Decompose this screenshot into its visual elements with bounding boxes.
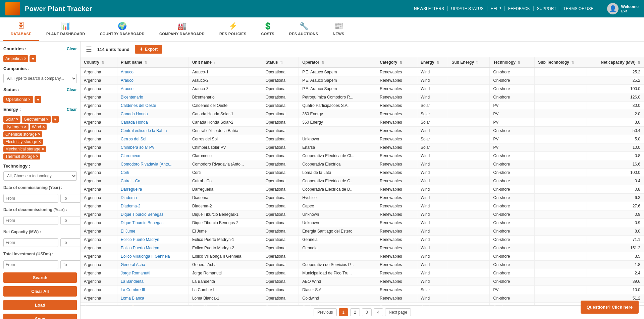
nav-update-status[interactable]: UPDATE STATUS [448, 6, 487, 11]
energy-tag-thermal-storage[interactable]: Thermal storage × [3, 153, 40, 160]
technology-select[interactable]: All, Choose a technology... [3, 171, 77, 181]
plant-link[interactable]: Eolico Villalonga II Genneia [121, 254, 170, 259]
countries-dropdown-arrow[interactable]: ▾ [30, 55, 36, 62]
tab-plant-dashboard[interactable]: 📊 PLANT DASHBOARD [39, 17, 93, 41]
col-header-category[interactable]: Category ⇅ [376, 57, 417, 68]
capacity-to-input[interactable] [60, 238, 80, 247]
plant-link[interactable]: La Cumbre III [121, 288, 145, 292]
user-menu[interactable]: 👤 Welcome Exit [607, 3, 639, 14]
capacity-from-input[interactable] [3, 238, 58, 247]
plant-link[interactable]: Cutral - Co [121, 179, 140, 183]
energy-tag-hydrogen[interactable]: Hydrogen × [3, 124, 29, 130]
decommissioning-from-input[interactable] [3, 216, 58, 225]
nav-newsletters[interactable]: NEWSLETTERS [411, 6, 448, 11]
energy-dropdown-arrow[interactable]: ▾ [52, 116, 59, 123]
energy-tag-geothermal[interactable]: Geothermal × [22, 116, 51, 123]
clear-all-button[interactable]: Clear All [3, 286, 77, 297]
energy-tag-solar-remove[interactable]: × [16, 117, 18, 122]
col-header-sub-technology[interactable]: Sub Technology ⇅ [535, 57, 587, 68]
plant-link[interactable]: General Acha [121, 262, 145, 267]
plant-link[interactable]: Loma Blanca [121, 296, 144, 301]
user-exit[interactable]: Exit [621, 9, 639, 13]
plant-link[interactable]: El Jume [121, 229, 135, 234]
nav-feedback[interactable]: FEEDBACK [505, 6, 534, 11]
col-header-unit[interactable]: Unit name ↑ [189, 57, 262, 68]
hamburger-button[interactable]: ☰ [86, 45, 92, 53]
plant-link[interactable]: Arauco [121, 70, 133, 74]
pagination-page-2[interactable]: 2 [350, 308, 360, 316]
nav-support[interactable]: SUPPORT [534, 6, 560, 11]
plant-link[interactable]: Arauco [121, 86, 133, 91]
plant-link[interactable]: Arauco [121, 78, 133, 83]
status-dropdown-arrow[interactable]: ▾ [35, 96, 41, 103]
save-button[interactable]: Save [3, 314, 77, 319]
plant-link[interactable]: Jorge Romanutti [121, 271, 150, 275]
tab-news[interactable]: 📰 NEWS [325, 17, 352, 41]
investment-from-input[interactable] [3, 260, 58, 269]
tab-res-policies[interactable]: ⚡ RES POLICIES [212, 17, 254, 41]
tab-database[interactable]: 🗄 DATABASE [3, 17, 39, 41]
export-button[interactable]: ⬇ Export [135, 45, 162, 54]
search-button[interactable]: Search [3, 272, 77, 283]
status-tag-operational[interactable]: Operational × [3, 96, 33, 103]
plant-link[interactable]: Caldenes del Oeste [121, 103, 156, 108]
energy-tag-chemical-storage-remove[interactable]: × [38, 132, 40, 137]
companies-select[interactable]: All, Type to search a company... [3, 74, 77, 83]
energy-clear-button[interactable]: Clear [67, 107, 77, 112]
status-tag-operational-remove[interactable]: × [28, 97, 31, 102]
plant-link[interactable]: Cerros del Sol [121, 137, 146, 141]
countries-clear-button[interactable]: Clear [67, 47, 77, 51]
col-header-operator[interactable]: Operator ⇅ [299, 57, 376, 68]
col-header-plant[interactable]: Plant name ⇅ [117, 57, 189, 68]
energy-tag-mechanical-storage-remove[interactable]: × [42, 147, 44, 151]
energy-tag-wind[interactable]: Wind × [30, 124, 47, 130]
plant-link[interactable]: Eolico Puerto Madryn [121, 237, 159, 242]
col-header-status[interactable]: Status ⇅ [262, 57, 299, 68]
plant-link[interactable]: Chimbera solar PV [121, 145, 155, 150]
commissioning-to-input[interactable] [60, 194, 80, 203]
pagination-page-1[interactable]: 1 [339, 308, 348, 316]
plant-link[interactable]: La Banderita [121, 279, 144, 284]
commissioning-from-input[interactable] [3, 194, 58, 203]
energy-tag-geothermal-remove[interactable]: × [46, 117, 49, 122]
plant-link[interactable]: Diadema-2 [121, 204, 141, 208]
energy-tag-electricity-storage[interactable]: Electricity storage × [3, 139, 43, 145]
plant-link[interactable]: Bicentenario [121, 95, 143, 100]
status-clear-button[interactable]: Clear [67, 87, 77, 92]
tab-costs[interactable]: 💲 COSTS [254, 17, 282, 41]
nav-terms[interactable]: TERMS OF USE [560, 6, 597, 11]
plant-link[interactable]: Eolico Puerto Madryn [121, 246, 159, 250]
investment-to-input[interactable] [60, 260, 80, 269]
energy-tag-electricity-storage-remove[interactable]: × [39, 139, 41, 144]
energy-tag-solar[interactable]: Solar × [3, 116, 20, 123]
col-header-technology[interactable]: Technology ⇅ [490, 57, 535, 68]
pagination-previous[interactable]: Previous [314, 308, 337, 316]
energy-tag-chemical-storage[interactable]: Chemical storage × [3, 131, 42, 137]
plant-link[interactable]: Central eólico de la Bahía [121, 128, 167, 133]
tab-res-auctions[interactable]: 🔧 RES AUCTIONS [282, 17, 325, 41]
load-button[interactable]: Load [3, 300, 77, 310]
col-header-capacity[interactable]: Net capacity (MW) ⇅ [587, 57, 644, 68]
plant-link[interactable]: Darregueira [121, 187, 142, 192]
plant-link[interactable]: Corti [121, 170, 129, 175]
nav-help[interactable]: HELP [487, 6, 505, 11]
plant-link[interactable]: Diadema [121, 195, 137, 200]
pagination-page-4[interactable]: 4 [374, 308, 383, 316]
energy-tag-thermal-storage-remove[interactable]: × [36, 154, 38, 159]
enerdata-logo[interactable] [5, 2, 20, 15]
energy-tag-hydrogen-remove[interactable]: × [24, 125, 26, 129]
decommissioning-to-input[interactable] [60, 216, 80, 225]
plant-link[interactable]: Canada Honda [121, 120, 148, 125]
col-header-energy[interactable]: Energy ⇅ [417, 57, 448, 68]
col-header-country[interactable]: Country ⇅ [80, 57, 117, 68]
country-tag-argentina[interactable]: Argentina × [3, 55, 28, 62]
tab-company-dashboard[interactable]: 🏭 COMPANY DASHBOARD [152, 17, 212, 41]
help-float-button[interactable]: Questions? Click here [581, 301, 639, 314]
plant-link[interactable]: Canada Honda [121, 112, 148, 116]
pagination-next[interactable]: Next page [385, 308, 411, 316]
country-tag-argentina-remove[interactable]: × [24, 56, 26, 61]
pagination-page-3[interactable]: 3 [362, 308, 372, 316]
plant-link[interactable]: Comodoro Rivadavia (Anto... [121, 162, 172, 167]
plant-link[interactable]: Claromeco [121, 153, 140, 158]
energy-tag-mechanical-storage[interactable]: Mechanical storage × [3, 146, 46, 152]
